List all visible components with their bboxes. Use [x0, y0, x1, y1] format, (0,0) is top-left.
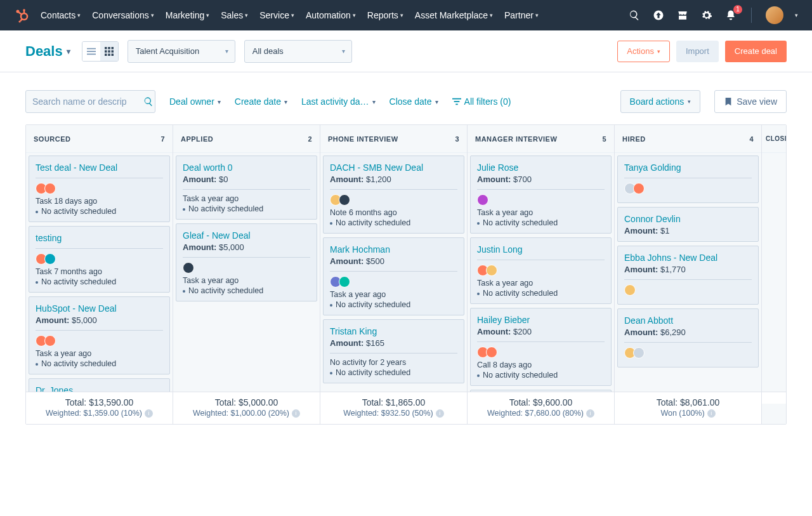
column-footer: Total: $5,000.00Weighted: $1,000.00 (20%…: [173, 392, 320, 424]
nav-item-asset-marketplace[interactable]: Asset Marketplace▾: [415, 10, 493, 20]
board-actions-button[interactable]: Board actions▾: [620, 90, 701, 113]
svg-rect-19: [111, 53, 114, 56]
card-activity-meta: Task a year ago: [183, 194, 310, 203]
filter-create-date[interactable]: Create date▾: [235, 96, 287, 107]
view-toggle: [82, 41, 119, 62]
column-header: SOURCED7: [26, 125, 173, 153]
column-weighted: Weighted: $7,680.00 (80%)i: [473, 409, 609, 418]
save-view-button[interactable]: Save view: [714, 90, 787, 113]
svg-rect-13: [111, 47, 114, 50]
associated-avatars: [36, 183, 163, 194]
list-view-button[interactable]: [82, 42, 100, 61]
nav-item-sales[interactable]: Sales▾: [221, 10, 248, 20]
filter-icon: [452, 97, 461, 106]
deal-card[interactable]: Tristan KingAmount: $165No activity for …: [323, 319, 464, 383]
column-name: APPLIED: [181, 135, 213, 143]
nav-item-marketing[interactable]: Marketing▾: [166, 10, 209, 20]
pipeline-select[interactable]: Talent Acquisition▾: [128, 40, 235, 63]
deal-card[interactable]: Test deal - New DealTask 18 days agoNo a…: [29, 155, 170, 222]
deal-card[interactable]: Dr. JonesAmount: $5,700: [29, 378, 170, 392]
column-weighted: Weighted: $1,000.00 (20%)i: [178, 409, 315, 418]
chevron-down-icon: ▾: [535, 12, 539, 18]
deal-card[interactable]: Dean AbbottAmount: $6,290: [617, 308, 759, 367]
deal-card[interactable]: DACH - SMB New DealAmount: $1,200Note 6 …: [323, 155, 464, 234]
filter-close-date[interactable]: Close date▾: [390, 96, 438, 107]
import-button-label: Import: [686, 46, 709, 56]
settings-icon[interactable]: [700, 9, 713, 22]
nav-item-automation[interactable]: Automation▾: [306, 10, 356, 20]
actions-button[interactable]: Actions▾: [617, 41, 670, 62]
svg-rect-8: [87, 48, 96, 49]
column-count: 4: [749, 135, 754, 143]
marketplace-icon[interactable]: [676, 9, 689, 22]
info-icon[interactable]: i: [292, 409, 300, 418]
info-icon[interactable]: i: [145, 409, 153, 418]
deal-card[interactable]: Gleaf - New DealAmount: $5,000Task a yea…: [176, 223, 317, 301]
deal-card[interactable]: Justin LongTask a year agoNo activity sc…: [470, 237, 612, 304]
card-amount: Amount: $1,200: [330, 175, 457, 184]
filter-deal-owner[interactable]: Deal owner▾: [169, 96, 221, 107]
avatar-icon: [633, 347, 645, 359]
card-no-activity: No activity scheduled: [36, 359, 163, 368]
nav-item-partner[interactable]: Partner▾: [504, 10, 539, 20]
card-title: Tanya Golding: [624, 162, 752, 173]
info-icon[interactable]: i: [436, 409, 444, 418]
deal-card[interactable]: HubSpot - New DealAmount: $5,000Task a y…: [29, 296, 170, 374]
column-total: Total: $8,061.00: [620, 397, 756, 407]
card-title: Hailey Bieber: [477, 315, 605, 325]
info-icon[interactable]: i: [586, 409, 594, 418]
all-filters-button[interactable]: All filters (0): [452, 96, 511, 107]
associated-avatars: [477, 265, 605, 276]
create-deal-button[interactable]: Create deal: [725, 41, 787, 62]
card-activity-meta: Note 6 months ago: [330, 208, 457, 217]
nav-item-service[interactable]: Service▾: [259, 10, 294, 20]
nav-item-conversations[interactable]: Conversations▾: [92, 10, 154, 20]
upgrade-icon[interactable]: [652, 9, 665, 22]
card-no-activity: No activity scheduled: [36, 207, 163, 216]
card-amount: Amount: $200: [477, 327, 605, 336]
column-phone-interview: PHONE INTERVIEW3DACH - SMB New DealAmoun…: [320, 125, 468, 424]
hubspot-logo-icon[interactable]: [14, 8, 29, 23]
associated-avatars: [330, 194, 457, 206]
deal-card[interactable]: Hailey BieberAmount: $200Call 8 days ago…: [470, 308, 612, 386]
page-title[interactable]: Deals ▾: [25, 43, 70, 60]
column-body: Tanya GoldingConnor DevlinAmount: $1Ebba…: [615, 153, 761, 392]
search-input[interactable]: [32, 96, 143, 107]
svg-rect-17: [105, 53, 107, 56]
card-amount: Amount: $5,000: [36, 315, 163, 325]
deal-card[interactable]: Tanya Golding: [617, 155, 759, 203]
view-select[interactable]: All deals▾: [244, 40, 352, 63]
svg-point-4: [23, 9, 25, 11]
filter-last-activity[interactable]: Last activity da…▾: [301, 96, 376, 107]
search-icon[interactable]: [143, 96, 154, 107]
search-box: [25, 90, 155, 113]
deal-card[interactable]: testingTask 7 months agoNo activity sche…: [29, 226, 170, 293]
info-icon[interactable]: i: [707, 409, 716, 418]
create-deal-label: Create deal: [735, 46, 777, 56]
nav-item-contacts[interactable]: Contacts▾: [41, 10, 81, 20]
avatar-icon: [624, 284, 636, 296]
card-amount: Amount: $1,770: [624, 265, 752, 274]
notifications-icon[interactable]: 1: [724, 9, 737, 22]
column-total: Total: $5,000.00: [178, 397, 315, 407]
search-icon[interactable]: [628, 9, 641, 22]
associated-avatars: [624, 284, 752, 296]
nav-item-reports[interactable]: Reports▾: [367, 10, 403, 20]
deal-card[interactable]: Mark HochmanAmount: $500Task a year agoN…: [323, 237, 464, 315]
chevron-down-icon: ▾: [206, 12, 209, 18]
card-activity-meta: Task a year ago: [36, 349, 163, 358]
chevron-down-icon: ▾: [67, 47, 70, 56]
deal-card[interactable]: Connor DevlinAmount: $1: [617, 207, 759, 242]
column-sourced: SOURCED7Test deal - New DealTask 18 days…: [26, 125, 173, 424]
board-view-button[interactable]: [100, 42, 118, 61]
import-button[interactable]: Import: [676, 41, 719, 62]
deal-card[interactable]: Julie RoseAmount: $700Task a year agoNo …: [470, 155, 612, 234]
svg-rect-16: [111, 50, 114, 53]
user-avatar[interactable]: [766, 6, 783, 24]
deal-card[interactable]: Ebba Johns - New DealAmount: $1,770: [617, 246, 759, 305]
svg-rect-18: [108, 53, 110, 56]
deal-card[interactable]: Deal worth 0Amount: $0Task a year agoNo …: [176, 155, 317, 220]
associated-avatars: [36, 335, 163, 347]
account-menu-caret[interactable]: ▾: [795, 12, 798, 18]
associated-avatars: [477, 194, 605, 206]
